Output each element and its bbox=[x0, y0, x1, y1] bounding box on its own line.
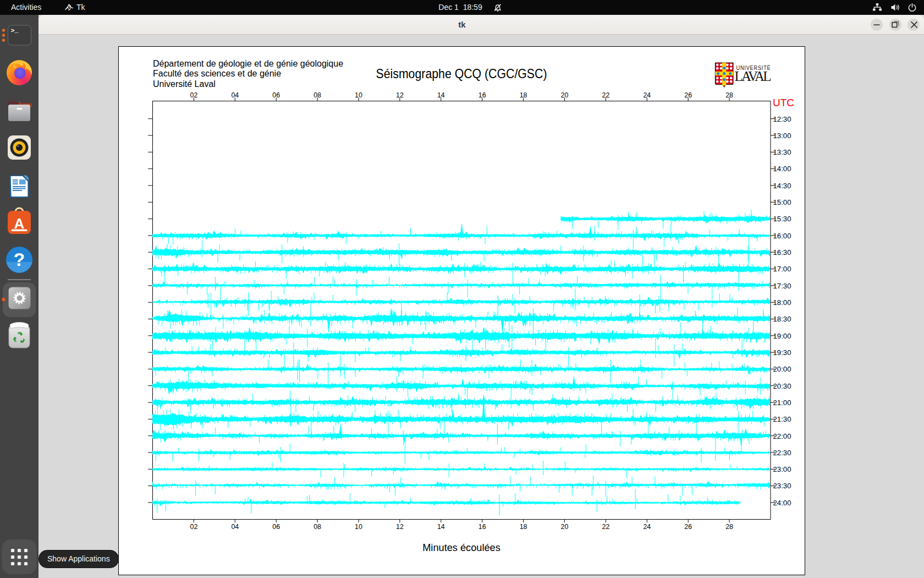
svg-text:22: 22 bbox=[602, 91, 610, 99]
svg-text:26: 26 bbox=[684, 523, 692, 531]
svg-text:28: 28 bbox=[725, 523, 733, 531]
svg-text:20:00: 20:00 bbox=[773, 365, 791, 373]
svg-text:20:30: 20:30 bbox=[773, 382, 791, 390]
svg-text:20: 20 bbox=[561, 523, 569, 531]
svg-text:02: 02 bbox=[190, 523, 198, 531]
svg-text:22: 22 bbox=[602, 523, 610, 531]
svg-text:02: 02 bbox=[190, 91, 198, 99]
svg-text:Département de géologie et de: Département de géologie et de génie géol… bbox=[153, 59, 343, 68]
svg-text:10: 10 bbox=[355, 91, 362, 99]
svg-text:18: 18 bbox=[520, 91, 527, 99]
svg-text:28: 28 bbox=[725, 91, 733, 99]
svg-text:24: 24 bbox=[643, 523, 651, 531]
svg-text:24:00: 24:00 bbox=[773, 499, 791, 507]
svg-text:06: 06 bbox=[272, 523, 280, 531]
svg-text:Faculté des sciences et de gén: Faculté des sciences et de génie bbox=[153, 69, 281, 78]
svg-text:16:00: 16:00 bbox=[773, 232, 791, 240]
svg-text:18: 18 bbox=[520, 523, 527, 531]
svg-text:22:30: 22:30 bbox=[773, 449, 791, 457]
svg-text:12: 12 bbox=[396, 523, 404, 531]
svg-text:Minutes écoulées: Minutes écoulées bbox=[422, 542, 501, 553]
svg-text:13:30: 13:30 bbox=[773, 148, 791, 156]
svg-text:>_: >_ bbox=[11, 27, 19, 34]
svg-text:26: 26 bbox=[684, 91, 692, 99]
svg-text:16: 16 bbox=[479, 523, 486, 531]
svg-text:19:30: 19:30 bbox=[773, 348, 791, 357]
svg-text:22:00: 22:00 bbox=[773, 432, 791, 440]
svg-text:10: 10 bbox=[355, 523, 362, 531]
svg-text:A: A bbox=[14, 215, 25, 232]
svg-text:24: 24 bbox=[643, 91, 651, 99]
svg-text:16:30: 16:30 bbox=[773, 248, 791, 257]
svg-text:08: 08 bbox=[314, 91, 321, 99]
svg-text:16: 16 bbox=[479, 91, 486, 99]
svg-text:06: 06 bbox=[272, 91, 280, 99]
svg-text:Séismographe QCQ (CGC/GSC): Séismographe QCQ (CGC/GSC) bbox=[376, 66, 547, 81]
svg-text:19:00: 19:00 bbox=[773, 332, 791, 340]
svg-text:21:00: 21:00 bbox=[773, 399, 791, 407]
svg-text:17:00: 17:00 bbox=[773, 265, 791, 273]
svg-text:23:00: 23:00 bbox=[773, 465, 791, 473]
svg-text:LAVAL: LAVAL bbox=[735, 69, 772, 84]
svg-text:13:00: 13:00 bbox=[773, 132, 791, 140]
svg-text:14:30: 14:30 bbox=[773, 182, 791, 190]
svg-text:04: 04 bbox=[231, 91, 239, 99]
svg-text:12: 12 bbox=[396, 91, 404, 99]
svg-text:UTC: UTC bbox=[773, 97, 794, 108]
svg-text:14:00: 14:00 bbox=[773, 165, 791, 173]
svg-text:Université Laval: Université Laval bbox=[153, 79, 216, 89]
svg-text:17:30: 17:30 bbox=[773, 282, 791, 290]
svg-text:18:00: 18:00 bbox=[773, 298, 791, 307]
svg-text:04: 04 bbox=[231, 523, 239, 531]
svg-text:15:30: 15:30 bbox=[773, 215, 791, 223]
svg-text:12:30: 12:30 bbox=[773, 115, 791, 123]
svg-text:18:30: 18:30 bbox=[773, 315, 791, 323]
svg-text:21:30: 21:30 bbox=[773, 415, 791, 423]
svg-text:08: 08 bbox=[314, 523, 321, 531]
svg-text:?: ? bbox=[14, 249, 25, 270]
svg-text:14: 14 bbox=[437, 91, 445, 99]
svg-text:14: 14 bbox=[437, 523, 445, 531]
svg-text:15:00: 15:00 bbox=[773, 198, 791, 206]
svg-text:23:30: 23:30 bbox=[773, 482, 791, 490]
svg-text:20: 20 bbox=[561, 91, 569, 99]
